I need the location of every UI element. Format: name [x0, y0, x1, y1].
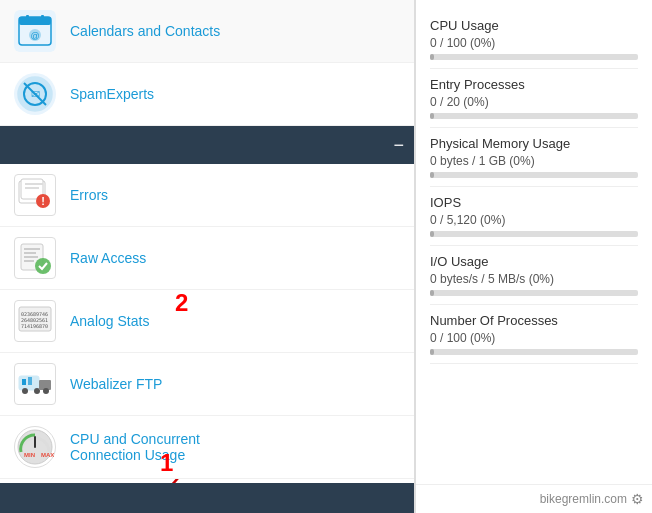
cpu-icon: MIN MAX — [14, 426, 56, 468]
svg-text:714196870: 714196870 — [21, 323, 48, 329]
svg-rect-12 — [25, 187, 39, 189]
svg-rect-16 — [24, 248, 40, 250]
sidebar-item-label-cpu: CPU and Concurrent Connection Usage — [70, 431, 200, 463]
sidebar-item-analogstats[interactable]: 023689746 264802561 714196870 Analog Sta… — [0, 290, 414, 353]
sidebar-item-label-errors: Errors — [70, 187, 108, 203]
svg-point-20 — [35, 258, 51, 274]
svg-point-28 — [22, 388, 28, 394]
watermark-bar: bikegremlin.com ⚙ — [416, 484, 652, 513]
stat-item-cpu: CPU Usage 0 / 100 (0%) — [430, 10, 638, 69]
svg-rect-11 — [25, 183, 43, 185]
stat-item-entry: Entry Processes 0 / 20 (0%) — [430, 69, 638, 128]
svg-rect-19 — [24, 260, 34, 262]
stat-value-processes: 0 / 100 (0%) — [430, 331, 638, 345]
stat-bar-entry — [430, 113, 638, 119]
svg-rect-1 — [19, 17, 51, 25]
stat-item-processes: Number Of Processes 0 / 100 (0%) — [430, 305, 638, 364]
svg-text:@: @ — [30, 31, 39, 41]
stat-item-io: I/O Usage 0 bytes/s / 5 MB/s (0%) — [430, 246, 638, 305]
stat-bar-cpu — [430, 54, 638, 60]
sidebar-item-label-calendars: Calendars and Contacts — [70, 23, 220, 39]
svg-text:!: ! — [41, 195, 45, 207]
analog-icon: 023689746 264802561 714196870 — [14, 300, 56, 342]
svg-rect-4 — [26, 15, 29, 21]
right-panel: CPU Usage 0 / 100 (0%) Entry Processes 0… — [415, 0, 652, 513]
sidebar-item-rawaccess[interactable]: Raw Access — [0, 227, 414, 290]
stat-label-processes: Number Of Processes — [430, 313, 638, 328]
section-header-bar: − — [0, 126, 414, 164]
stat-bar-io — [430, 290, 638, 296]
svg-rect-26 — [22, 379, 26, 385]
rawaccess-icon — [14, 237, 56, 279]
collapse-icon[interactable]: − — [393, 136, 404, 154]
stat-label-cpu: CPU Usage — [430, 18, 638, 33]
stat-label-io: I/O Usage — [430, 254, 638, 269]
svg-point-31 — [43, 388, 49, 394]
sidebar-item-cpu[interactable]: MIN MAX CPU and Concurrent Connection Us… — [0, 416, 414, 479]
sidebar-item-webalizerftp[interactable]: Webalizer FTP — [0, 353, 414, 416]
sidebar-item-label-webalizerftp: Webalizer FTP — [70, 376, 162, 392]
sidebar-item-calendars[interactable]: @ Calendars and Contacts — [0, 0, 414, 63]
spam-icon: ✉ — [14, 73, 56, 115]
stat-value-entry: 0 / 20 (0%) — [430, 95, 638, 109]
svg-rect-27 — [28, 377, 32, 385]
calendar-icon: @ — [14, 10, 56, 52]
stat-value-io: 0 bytes/s / 5 MB/s (0%) — [430, 272, 638, 286]
svg-rect-17 — [24, 252, 36, 254]
gear-icon: ⚙ — [631, 491, 644, 507]
sidebar-item-spamexperts[interactable]: ✉ SpamExperts — [0, 63, 414, 126]
stat-bar-processes — [430, 349, 638, 355]
webalizer-icon — [14, 363, 56, 405]
svg-text:✉: ✉ — [31, 88, 40, 100]
stat-bar-iops — [430, 231, 638, 237]
svg-rect-5 — [41, 15, 44, 21]
stat-item-iops: IOPS 0 / 5,120 (0%) — [430, 187, 638, 246]
svg-text:MIN: MIN — [24, 452, 35, 458]
stat-label-memory: Physical Memory Usage — [430, 136, 638, 151]
stat-item-memory: Physical Memory Usage 0 bytes / 1 GB (0%… — [430, 128, 638, 187]
stat-value-cpu: 0 / 100 (0%) — [430, 36, 638, 50]
svg-rect-18 — [24, 256, 38, 258]
stat-bar-memory — [430, 172, 638, 178]
sidebar-item-label-spamexperts: SpamExperts — [70, 86, 154, 102]
stat-value-memory: 0 bytes / 1 GB (0%) — [430, 154, 638, 168]
stat-label-entry: Entry Processes — [430, 77, 638, 92]
sidebar-item-label-rawaccess: Raw Access — [70, 250, 146, 266]
watermark-text: bikegremlin.com — [540, 492, 627, 506]
sidebar-item-label-analogstats: Analog Stats — [70, 313, 149, 329]
stat-label-iops: IOPS — [430, 195, 638, 210]
stat-value-iops: 0 / 5,120 (0%) — [430, 213, 638, 227]
sidebar-item-errors[interactable]: ! Errors — [0, 164, 414, 227]
svg-text:MAX: MAX — [41, 452, 54, 458]
errors-icon: ! — [14, 174, 56, 216]
sidebar-bottom-bar — [0, 483, 414, 513]
